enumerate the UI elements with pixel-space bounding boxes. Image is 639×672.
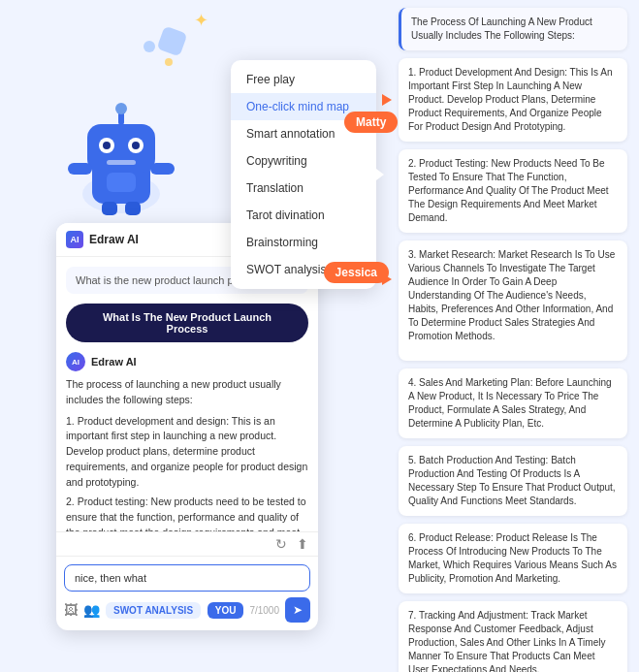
- svg-rect-9: [107, 160, 136, 165]
- mindmap-header-text: The Process Of Launching A New Product U…: [411, 16, 592, 41]
- dropdown-arrow: [376, 169, 384, 180]
- mindmap-node-7: 7. Tracking And Adjustment: Track Market…: [399, 601, 627, 672]
- deco-square: [156, 25, 187, 56]
- sender-avatar: AI: [66, 352, 85, 371]
- dropdown-menu: Free play One-click mind map Smart annot…: [231, 60, 376, 289]
- swot-badge[interactable]: SWOT ANALYSIS: [106, 602, 201, 619]
- svg-rect-12: [102, 202, 117, 215]
- svg-point-8: [115, 103, 127, 114]
- mindmap-node-4: 4. Sales And Marketing Plan: Before Laun…: [399, 368, 627, 438]
- image-icon[interactable]: 🖼: [64, 602, 78, 618]
- mindmap-node-2: 2. Product Testing: New Products Need To…: [399, 149, 627, 233]
- chat-footer-actions: ↻ ⬆: [56, 531, 318, 556]
- dropdown-item-brainstorm[interactable]: Brainstorming: [231, 229, 376, 256]
- export-icon[interactable]: ⬆: [297, 536, 308, 552]
- svg-rect-11: [150, 163, 175, 175]
- robot-character: [58, 97, 184, 227]
- mindmap-header-node: The Process Of Launching A New Product U…: [399, 8, 627, 50]
- dropdown-item-translation[interactable]: Translation: [231, 175, 376, 202]
- generated-answer-label: What Is The New Product Launch Process: [66, 304, 308, 342]
- you-label: YOU: [208, 602, 244, 619]
- chat-body: What is the new product launch process W…: [56, 257, 318, 531]
- matty-label: Matty: [344, 112, 398, 133]
- counter-text: 7/1000: [249, 605, 279, 616]
- answer-text: The process of launching a new product u…: [66, 377, 308, 531]
- svg-rect-13: [125, 202, 141, 215]
- answer-sender: AI Edraw AI: [66, 352, 308, 371]
- svg-rect-14: [107, 173, 136, 192]
- ai-logo: AI: [66, 231, 83, 248]
- svg-point-5: [103, 142, 111, 149]
- deco-dot: [165, 58, 173, 66]
- dropdown-item-copywriting[interactable]: Copywriting: [231, 147, 376, 175]
- mindmap-node-3: 3. Market Research: Market Research Is T…: [399, 240, 627, 361]
- deco-dot: [144, 41, 155, 52]
- refresh-icon[interactable]: ↻: [275, 536, 287, 552]
- svg-point-6: [132, 142, 140, 149]
- matty-arrow: [382, 94, 392, 106]
- chat-input-area: 🖼 👥 SWOT ANALYSIS YOU 7/1000 ➤: [56, 556, 318, 630]
- chat-title: Edraw AI: [89, 233, 240, 246]
- right-panel: The Process Of Launching A New Product U…: [387, 0, 639, 672]
- jessica-label: Jessica: [324, 262, 389, 283]
- dropdown-item-freeplay[interactable]: Free play: [231, 66, 376, 93]
- chat-toolbar: 🖼 👥 SWOT ANALYSIS YOU 7/1000 ➤: [64, 597, 310, 623]
- chat-input[interactable]: [64, 564, 310, 592]
- send-button[interactable]: ➤: [285, 597, 310, 623]
- sender-name: Edraw AI: [91, 356, 137, 368]
- svg-rect-2: [87, 124, 155, 173]
- mindmap-node-6: 6. Product Release: Product Release Is T…: [399, 524, 627, 593]
- deco-star: ✦: [194, 10, 208, 31]
- svg-rect-10: [68, 163, 92, 175]
- mindmap-node-1: 1. Product Development And Design: This …: [399, 58, 627, 142]
- mindmap-node-5: 5. Batch Production And Testing: Batch P…: [399, 446, 627, 516]
- dropdown-item-tarot[interactable]: Tarot divination: [231, 202, 376, 229]
- people-icon[interactable]: 👥: [83, 602, 100, 618]
